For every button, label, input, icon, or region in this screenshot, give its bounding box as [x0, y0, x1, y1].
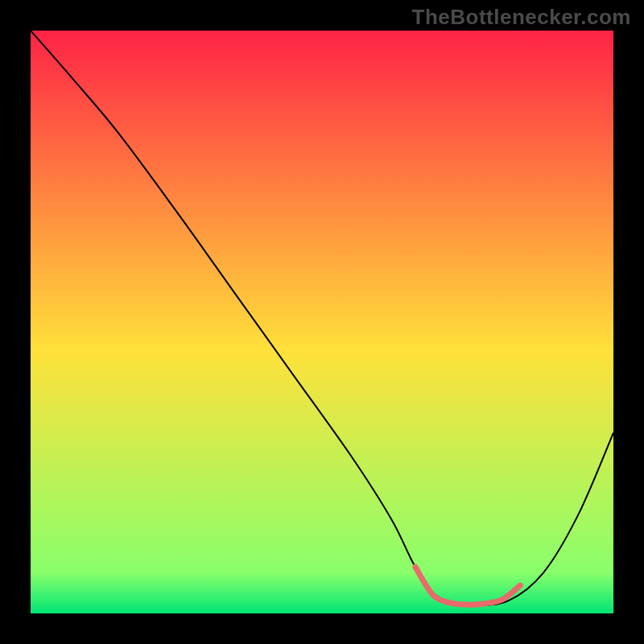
- plot-area: [31, 31, 613, 613]
- gradient-background: [31, 31, 613, 613]
- watermark-text: TheBottlenecker.com: [412, 5, 631, 30]
- chart-svg: [31, 31, 613, 613]
- chart-container: TheBottlenecker.com: [0, 0, 644, 644]
